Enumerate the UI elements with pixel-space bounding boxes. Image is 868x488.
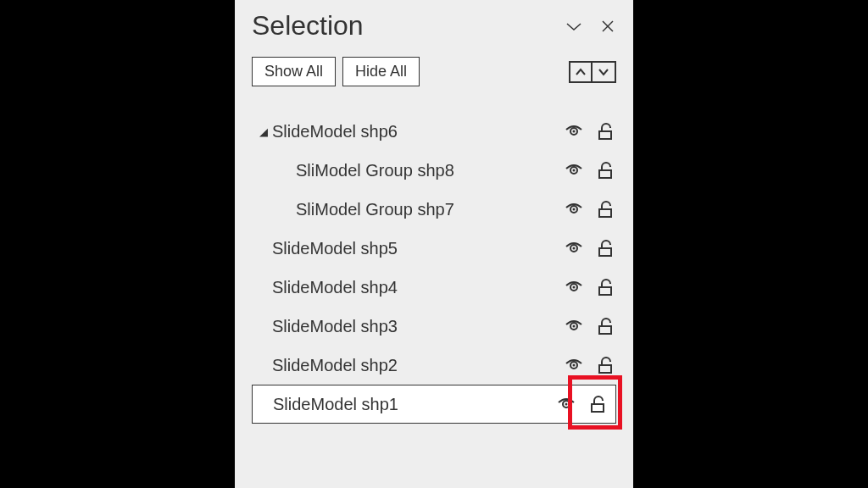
- svg-rect-4: [599, 131, 611, 139]
- svg-rect-25: [592, 404, 604, 412]
- visibility-toggle-icon[interactable]: [564, 355, 584, 375]
- tree-item[interactable]: SliModel Group shp8: [252, 151, 616, 190]
- item-controls: [564, 316, 616, 336]
- item-controls: [556, 394, 609, 414]
- svg-rect-13: [599, 248, 611, 256]
- lock-toggle-icon[interactable]: [596, 199, 616, 219]
- tree-item[interactable]: ◢SlideModel shp6: [252, 112, 616, 151]
- tree-item-label: SlideModel shp3: [272, 317, 564, 336]
- show-all-button[interactable]: Show All: [252, 57, 336, 86]
- svg-point-12: [573, 247, 576, 250]
- panel-title: Selection: [252, 10, 364, 42]
- header-controls: [565, 18, 616, 35]
- panel-header: Selection: [252, 10, 616, 42]
- svg-rect-22: [599, 365, 611, 373]
- lock-toggle-icon[interactable]: [596, 238, 616, 258]
- item-controls: [564, 199, 616, 219]
- selection-panel: Selection Show All Hide All ◢SlideModel …: [235, 0, 633, 488]
- toolbar-buttons: Show All Hide All: [252, 57, 420, 86]
- item-controls: [564, 238, 616, 258]
- svg-point-21: [573, 364, 576, 367]
- tree-item[interactable]: SlideModel shp1: [252, 385, 616, 424]
- tree-item[interactable]: SlideModel shp5: [252, 229, 616, 268]
- lock-toggle-icon[interactable]: [596, 277, 616, 297]
- svg-rect-16: [599, 287, 611, 295]
- hide-all-button[interactable]: Hide All: [342, 57, 420, 86]
- tree-item[interactable]: SliModel Group shp7: [252, 190, 616, 229]
- svg-rect-10: [599, 209, 611, 217]
- lock-toggle-icon[interactable]: [596, 160, 616, 180]
- tree-item[interactable]: SlideModel shp3: [252, 307, 616, 346]
- svg-rect-7: [599, 170, 611, 178]
- lock-toggle-icon[interactable]: [596, 121, 616, 141]
- visibility-toggle-icon[interactable]: [564, 277, 584, 297]
- svg-point-15: [573, 286, 576, 289]
- tree-item-label: SliModel Group shp7: [296, 200, 564, 219]
- item-controls: [564, 355, 616, 375]
- tree-item[interactable]: SlideModel shp4: [252, 268, 616, 307]
- svg-point-6: [573, 169, 576, 172]
- reorder-buttons: [569, 61, 616, 83]
- visibility-toggle-icon[interactable]: [564, 316, 584, 336]
- visibility-toggle-icon[interactable]: [564, 160, 584, 180]
- tree-item[interactable]: SlideModel shp2: [252, 346, 616, 385]
- move-up-button[interactable]: [569, 61, 593, 83]
- collapse-arrow-icon[interactable]: ◢: [255, 125, 272, 138]
- close-icon[interactable]: [599, 18, 616, 35]
- svg-point-3: [573, 130, 576, 133]
- visibility-toggle-icon[interactable]: [564, 199, 584, 219]
- tree-item-label: SlideModel shp5: [272, 239, 564, 258]
- collapse-panel-icon[interactable]: [565, 18, 582, 35]
- visibility-toggle-icon[interactable]: [564, 238, 584, 258]
- tree-item-label: SlideModel shp1: [273, 395, 556, 414]
- tree-item-label: SlideModel shp2: [272, 356, 564, 375]
- lock-toggle-icon[interactable]: [596, 355, 616, 375]
- tree-item-label: SlideModel shp4: [272, 278, 564, 297]
- svg-rect-19: [599, 326, 611, 334]
- visibility-toggle-icon[interactable]: [564, 121, 584, 141]
- move-down-button[interactable]: [593, 61, 616, 83]
- item-controls: [564, 121, 616, 141]
- tree-item-label: SliModel Group shp8: [296, 161, 564, 180]
- selection-tree: ◢SlideModel shp6SliModel Group shp8SliMo…: [252, 112, 616, 424]
- lock-toggle-icon[interactable]: [596, 316, 616, 336]
- svg-point-18: [573, 325, 576, 328]
- svg-point-9: [573, 208, 576, 211]
- svg-point-24: [565, 403, 568, 406]
- item-controls: [564, 277, 616, 297]
- item-controls: [564, 160, 616, 180]
- toolbar: Show All Hide All: [252, 57, 616, 86]
- visibility-toggle-icon[interactable]: [556, 394, 576, 414]
- tree-item-label: SlideModel shp6: [272, 122, 564, 141]
- lock-toggle-icon[interactable]: [588, 394, 609, 414]
